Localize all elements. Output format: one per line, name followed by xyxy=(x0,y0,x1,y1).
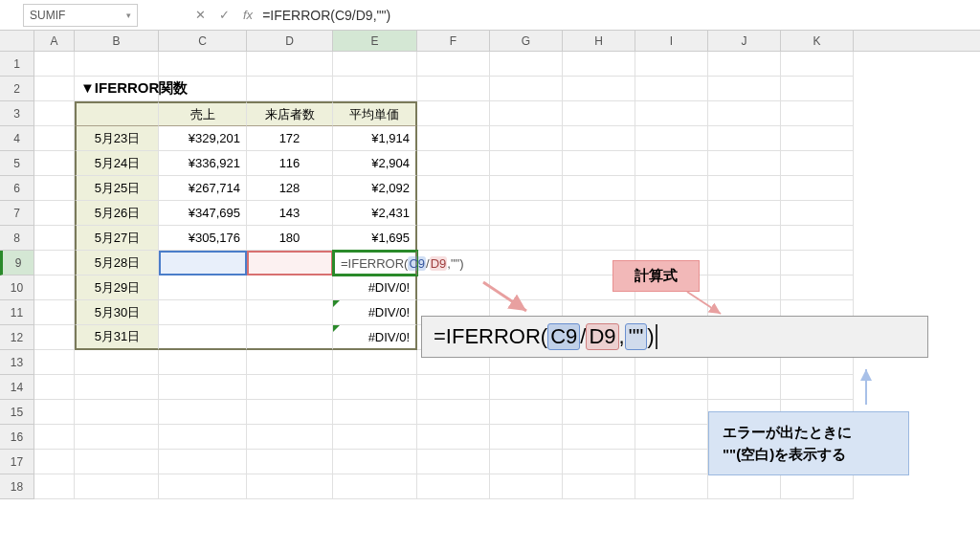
svg-line-1 xyxy=(687,292,721,314)
row-header-7[interactable]: 7 xyxy=(0,201,34,226)
row-header-1[interactable]: 1 xyxy=(0,52,34,77)
arrow-icon xyxy=(852,362,880,409)
cell[interactable] xyxy=(75,52,159,77)
row-header-4[interactable]: 4 xyxy=(0,126,34,151)
active-cell-E9[interactable]: =IFERROR(C9/D9,"") xyxy=(333,251,417,276)
name-box[interactable]: SUMIF ▾ xyxy=(23,4,138,27)
name-box-dropdown-icon[interactable]: ▾ xyxy=(126,11,131,20)
annotation-big-formula: =IFERROR( C9 / D9 , "" ) xyxy=(421,316,928,358)
visitors-cell[interactable]: 172 xyxy=(247,126,333,151)
error-cell[interactable]: #DIV/0! xyxy=(333,325,417,350)
name-box-value: SUMIF xyxy=(30,9,65,22)
date-cell[interactable]: 5月23日 xyxy=(75,126,159,151)
col-header-D[interactable]: D xyxy=(247,31,333,51)
col-header-A[interactable]: A xyxy=(34,31,75,51)
row-header-16[interactable]: 16 xyxy=(0,425,34,450)
row-header-11[interactable]: 11 xyxy=(0,300,34,325)
col-header-G[interactable]: G xyxy=(490,31,563,51)
row-header-6[interactable]: 6 xyxy=(0,176,34,201)
text-cursor-icon xyxy=(656,324,657,349)
formula-ref-blank: "" xyxy=(625,323,648,350)
error-cell[interactable]: #DIV/0! xyxy=(333,300,417,325)
arrow-icon xyxy=(479,277,536,316)
error-cell[interactable]: #DIV/0! xyxy=(333,276,417,300)
svg-line-0 xyxy=(483,282,526,311)
col-header-E[interactable]: E xyxy=(333,31,417,51)
formula-bar: SUMIF ▾ ✕ ✓ fx =IFERROR(C9/D9,"") xyxy=(0,0,980,31)
col-header-H[interactable]: H xyxy=(563,31,635,51)
row-header-14[interactable]: 14 xyxy=(0,375,34,400)
select-all-corner[interactable] xyxy=(0,31,34,51)
row-header-17[interactable]: 17 xyxy=(0,450,34,474)
avg-cell[interactable]: ¥1,914 xyxy=(333,126,417,151)
row-header-12[interactable]: 12 xyxy=(0,325,34,350)
row-header-2[interactable]: 2 xyxy=(0,77,34,101)
formula-ref-D9: D9 xyxy=(586,323,618,350)
fx-icon[interactable]: fx xyxy=(243,8,253,22)
row-header-10[interactable]: 10 xyxy=(0,276,34,300)
formula-ref-C9: C9 xyxy=(547,323,580,350)
row-header-3[interactable]: 3 xyxy=(0,101,34,126)
row-header-9[interactable]: 9 xyxy=(0,251,34,276)
col-header-J[interactable]: J xyxy=(708,31,781,51)
arrow-icon xyxy=(682,287,730,316)
annotation-explain: エラーが出たときに ""(空白)を表示する xyxy=(708,411,909,475)
formula-bar-controls: ✕ ✓ fx xyxy=(195,8,253,22)
cancel-icon[interactable]: ✕ xyxy=(195,8,206,22)
table-header[interactable] xyxy=(75,101,159,126)
column-headers: A B C D E F G H I J K xyxy=(0,31,980,52)
table-title[interactable]: ▼IFERROR関数 xyxy=(75,77,159,101)
sales-cell[interactable]: ¥329,201 xyxy=(159,126,247,151)
col-header-K[interactable]: K xyxy=(781,31,854,51)
col-header-C[interactable]: C xyxy=(159,31,247,51)
cell-C9-reference[interactable] xyxy=(159,251,247,276)
row-header-18[interactable]: 18 xyxy=(0,474,34,499)
row-header-15[interactable]: 15 xyxy=(0,400,34,425)
col-header-F[interactable]: F xyxy=(417,31,490,51)
table-header-avg[interactable]: 平均単価 xyxy=(333,101,417,126)
table-header-visitors[interactable]: 来店者数 xyxy=(247,101,333,126)
table-header-sales[interactable]: 売上 xyxy=(159,101,247,126)
accept-icon[interactable]: ✓ xyxy=(219,8,230,22)
formula-input[interactable]: =IFERROR(C9/D9,"") xyxy=(253,8,980,23)
col-header-B[interactable]: B xyxy=(75,31,159,51)
row-header-13[interactable]: 13 xyxy=(0,350,34,375)
cell-D9-reference[interactable] xyxy=(247,251,333,276)
col-header-I[interactable]: I xyxy=(635,31,708,51)
cell[interactable] xyxy=(34,52,75,77)
row-header-8[interactable]: 8 xyxy=(0,226,34,251)
row-header-5[interactable]: 5 xyxy=(0,151,34,176)
